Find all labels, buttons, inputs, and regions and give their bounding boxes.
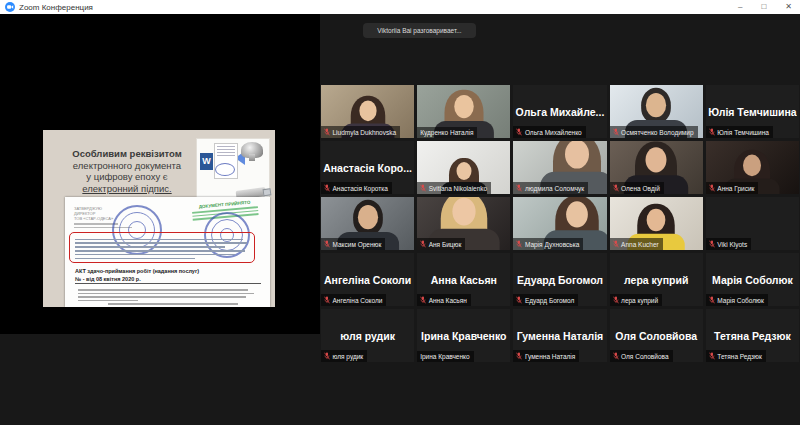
participant-tile[interactable]: Тетяна РедзюкТетяна Редзюк (706, 309, 799, 362)
participant-name-text: Anna Kucher (621, 241, 659, 248)
participant-name-text: Кудренко Наталія (420, 129, 473, 136)
muted-mic-icon (613, 240, 619, 248)
maximize-button[interactable]: □ (761, 0, 766, 14)
participant-name-label: Максим Оренюк (321, 238, 385, 250)
participant-name-label: Едуард Богомол (513, 294, 578, 306)
participant-tile[interactable]: Осмятченко Володимир (610, 85, 703, 138)
close-button[interactable]: ✕ (785, 0, 792, 14)
doc-subheading: № - від 08 квітня 2020 р. (75, 276, 261, 284)
participants-grid: Liudmyla DukhnovskaКудренко НаталіяОльга… (321, 85, 799, 362)
red-highlight-box (69, 232, 255, 263)
muted-mic-icon (709, 128, 715, 136)
slide-title: Особливим реквізитом електронного докуме… (49, 148, 205, 194)
participant-name-label: Ірина Кравченко (417, 351, 473, 362)
participant-tile[interactable]: Liudmyla Dukhnovska (321, 85, 414, 138)
participant-name-text: Анна Касьян (429, 297, 467, 304)
participant-name-label: Марія Духновська (513, 238, 583, 250)
participant-tile[interactable]: лера куприйлера куприй (610, 253, 703, 306)
muted-mic-icon (516, 128, 522, 136)
window-title: Zoom Конференция (19, 3, 93, 12)
participant-name-text: Едуард Богомол (525, 297, 574, 304)
participant-tile[interactable]: Аня Бицюк (417, 197, 510, 250)
participant-name-text: лера куприй (621, 297, 658, 304)
participant-name-text: Гуменна Наталія (525, 353, 575, 360)
muted-mic-icon (516, 296, 522, 304)
participant-name-label: Anna Kucher (610, 238, 663, 250)
participant-tile[interactable]: Viki Klyots (706, 197, 799, 250)
participant-tile[interactable]: Анна КасьянАнна Касьян (417, 253, 510, 306)
participant-tile[interactable]: Максим Оренюк (321, 197, 414, 250)
participant-tile[interactable]: юля рудикюля рудик (321, 309, 414, 362)
muted-mic-icon (324, 128, 330, 136)
participant-name-label: Оля Соловйова (610, 350, 673, 362)
participant-name-text: Марія Духновська (525, 241, 579, 248)
participant-name-text: Максим Оренюк (333, 241, 382, 248)
participant-tile[interactable]: Олена Овдій (610, 141, 703, 194)
participant-name-text: Тетяна Редзюк (717, 353, 762, 360)
participant-name-label: Анна Грисик (706, 182, 759, 194)
participant-tile[interactable]: людмила Соломчук (513, 141, 606, 194)
zoom-app-icon (5, 2, 15, 12)
participant-tile[interactable]: Марія СоболюкМарія Соболюк (706, 253, 799, 306)
participant-name-label: Анастасія Коротка (321, 182, 392, 194)
slide-illustration: W (196, 138, 270, 204)
participant-name-text: Viki Klyots (717, 241, 747, 248)
muted-mic-icon (420, 184, 426, 192)
minimize-button[interactable]: – (738, 0, 742, 14)
participant-name-label: Юлія Темчишина (706, 126, 773, 138)
participant-tile[interactable]: Кудренко Наталія (417, 85, 510, 138)
participant-name-text: Оля Соловйова (621, 353, 668, 360)
participant-tile[interactable]: Гуменна НаталіяГуменна Наталія (513, 309, 606, 362)
word-document-icon: W (200, 153, 213, 170)
participant-tile[interactable]: Svitlana Nikolaienko (417, 141, 510, 194)
participant-name-label: Svitlana Nikolaienko (417, 182, 491, 194)
presentation-slide: Особливим реквізитом електронного докуме… (43, 130, 275, 307)
participant-tile[interactable]: Anna Kucher (610, 197, 703, 250)
doc-paragraph (78, 287, 256, 305)
participant-tile[interactable]: Ірина КравченкоІрина Кравченко (417, 309, 510, 362)
muted-mic-icon (613, 184, 619, 192)
participant-name-text: Анна Грисик (717, 185, 754, 192)
participant-tile[interactable]: Едуард БогомолЕдуард Богомол (513, 253, 606, 306)
muted-mic-icon (324, 184, 330, 192)
participant-name-label: Viki Klyots (706, 238, 751, 250)
participant-tile[interactable]: Ангеліна СоколиАнгеліна Соколи (321, 253, 414, 306)
participant-name-label: лера куприй (610, 294, 663, 306)
participant-name-label: Ангеліна Соколи (321, 294, 386, 306)
participant-tile[interactable]: Анастасія Коро...Анастасія Коротка (321, 141, 414, 194)
participant-tile[interactable]: Марія Духновська (513, 197, 606, 250)
participant-name-label: Ольга Михайленко (513, 126, 585, 138)
participant-name-text: Олена Овдій (621, 185, 660, 192)
participant-name-label: Кудренко Наталія (417, 127, 477, 138)
participant-name-text: Liudmyla Dukhnovska (333, 129, 397, 136)
muted-mic-icon (324, 352, 330, 360)
participant-name-label: Аня Бицюк (417, 238, 465, 250)
participant-name-text: Ольга Михайленко (525, 129, 582, 136)
muted-mic-icon (324, 296, 330, 304)
doc-heading: АКТ здачо-приймання робіт (надання послу… (75, 268, 199, 274)
muted-mic-icon (420, 296, 426, 304)
muted-mic-icon (709, 296, 715, 304)
participant-name-text: Ірина Кравченко (420, 353, 469, 360)
participant-name-text: Марія Соболюк (717, 297, 764, 304)
participant-name-label: людмила Соломчук (513, 182, 588, 194)
participant-name-text: Svitlana Nikolaienko (429, 185, 488, 192)
muted-mic-icon (709, 240, 715, 248)
speaking-toast: Viktoriia Bai разговаривает... (363, 23, 476, 38)
participant-name-text: Аня Бицюк (429, 241, 462, 248)
participant-name-text: юля рудик (333, 353, 364, 360)
screen-share-area: Особливим реквізитом електронного докуме… (0, 14, 320, 334)
participant-name-label: Тетяна Редзюк (706, 350, 766, 362)
muted-mic-icon (516, 184, 522, 192)
participant-tile[interactable]: Ольга Михайле...Ольга Михайленко (513, 85, 606, 138)
participant-tile[interactable]: Анна Грисик (706, 141, 799, 194)
speaking-toast-text: Viktoriia Bai разговаривает... (377, 27, 461, 34)
participant-name-label: Анна Касьян (417, 294, 471, 306)
muted-mic-icon (420, 240, 426, 248)
participant-tile[interactable]: Оля СоловйоваОля Соловйова (610, 309, 703, 362)
muted-mic-icon (613, 352, 619, 360)
muted-mic-icon (709, 352, 715, 360)
participant-name-text: Осмятченко Володимир (621, 129, 693, 136)
participant-tile[interactable]: Юлія ТемчишинаЮлія Темчишина (706, 85, 799, 138)
participant-name-text: Анастасія Коротка (333, 185, 388, 192)
